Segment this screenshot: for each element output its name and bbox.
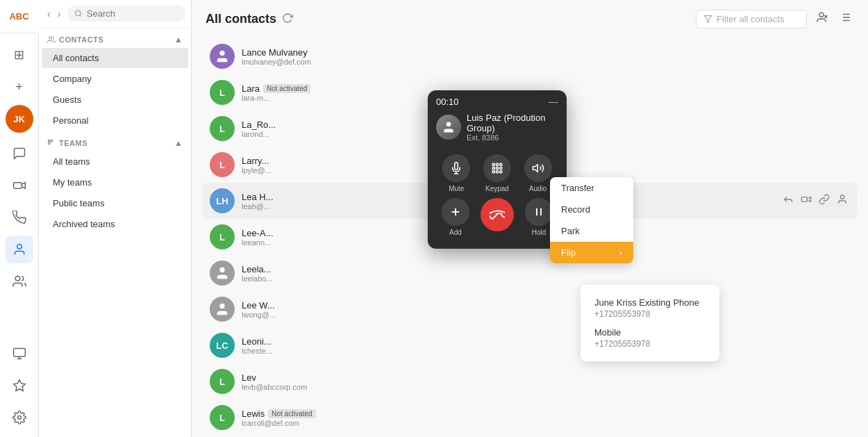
svg-point-26 — [840, 195, 844, 199]
svg-point-15 — [819, 13, 824, 17]
avatar: LC — [210, 333, 235, 358]
transfer-menu-item[interactable]: Transfer — [550, 177, 633, 199]
call-contact-info: Luis Paz (Prodution Group) Ext. 8386 — [428, 110, 567, 149]
svg-rect-37 — [496, 167, 498, 170]
search-icon — [74, 9, 82, 18]
call-minimize-button[interactable]: — — [549, 96, 558, 107]
flip-option-existing-phone[interactable]: June Kriss Existing Phone +17205553978 — [589, 293, 711, 323]
svg-rect-40 — [496, 171, 498, 173]
sidebar-top-bar: ‹ › — [39, 0, 191, 28]
nav-back-button[interactable]: ‹ — [44, 7, 53, 21]
record-menu-item[interactable]: Record — [550, 199, 633, 220]
contacts-section-toggle[interactable]: ▲ — [174, 35, 183, 44]
call-buttons-row2: Add Hold Transfer Record — [428, 195, 567, 242]
list-item[interactable]: Lee W... lwong@... — [203, 291, 857, 327]
add-label: Add — [449, 229, 462, 236]
nav-avatar[interactable]: JK — [6, 105, 33, 133]
call-avatar — [436, 115, 461, 140]
nav-phone-icon[interactable] — [6, 204, 33, 231]
svg-point-27 — [219, 267, 224, 272]
hold-button[interactable]: Hold — [525, 198, 553, 236]
person-action-button[interactable] — [835, 192, 850, 210]
not-activated-badge: Not activated — [268, 409, 315, 418]
audio-label: Audio — [529, 185, 547, 192]
audio-button[interactable]: Audio — [524, 154, 552, 192]
app-logo: ABC — [0, 0, 39, 33]
sidebar-item-all-teams[interactable]: All teams — [42, 151, 188, 172]
nav-video-icon[interactable] — [6, 172, 33, 199]
teams-section-toggle[interactable]: ▲ — [174, 138, 183, 148]
contact-name: Lev — [242, 372, 850, 383]
nav-forward-button[interactable]: › — [55, 7, 64, 21]
list-item[interactable]: Leela... leelabo... — [203, 255, 857, 291]
svg-rect-39 — [492, 171, 494, 173]
nav-teams-icon[interactable] — [6, 267, 33, 295]
call-header: 00:10 — — [428, 90, 567, 110]
teams-section-header: TEAMS ▲ — [39, 131, 191, 151]
call-overlay: 00:10 — Luis Paz (Prodution Group) Ext. … — [428, 90, 567, 249]
svg-rect-33 — [492, 163, 494, 165]
view-toggle-button[interactable] — [836, 8, 854, 30]
contact-info: Lewis Not activated lcarroll@def.com — [242, 409, 850, 427]
reply-action-button[interactable] — [781, 192, 796, 210]
nav-contacts-icon[interactable] — [6, 236, 33, 263]
contact-email: lmulvaney@def.com — [242, 58, 850, 66]
call-more-menu: Transfer Record Park Flip › — [550, 177, 633, 263]
search-box — [67, 6, 185, 22]
nav-monitor-icon[interactable] — [6, 340, 33, 368]
nav-add-icon[interactable]: + — [6, 73, 33, 101]
nav-star-icon[interactable] — [6, 372, 33, 399]
call-timer: 00:10 — [436, 97, 459, 107]
keypad-button[interactable]: Keypad — [483, 154, 511, 192]
svg-rect-11 — [49, 140, 51, 142]
call-buttons-row1: Mute Keypad Audio — [428, 149, 567, 195]
hold-label: Hold — [532, 229, 546, 236]
sidebar-item-public-teams[interactable]: Public teams — [42, 193, 188, 213]
filter-icon — [703, 15, 712, 24]
svg-rect-12 — [51, 140, 53, 142]
contact-email: lwong@... — [242, 311, 850, 319]
sidebar-item-company[interactable]: Company — [42, 69, 188, 89]
import-contacts-button[interactable] — [812, 8, 831, 30]
svg-point-7 — [17, 416, 21, 420]
park-menu-item[interactable]: Park — [550, 220, 633, 242]
filter-box[interactable]: Filter all contacts — [696, 10, 807, 28]
list-item[interactable]: Lance Mulvaney lmulvaney@def.com — [203, 38, 857, 74]
teams-section-title: TEAMS — [47, 139, 87, 147]
sidebar-item-my-teams[interactable]: My teams — [42, 172, 188, 192]
sidebar-item-all-contacts[interactable]: All contacts — [42, 48, 188, 68]
flip-option-mobile[interactable]: Mobile +17205553978 — [589, 323, 711, 353]
contact-actions — [781, 192, 850, 210]
flip-menu-item[interactable]: Flip › — [550, 242, 633, 263]
list-item[interactable]: L Lev levb@abccorp.com — [203, 363, 857, 399]
nav-chat-icon[interactable] — [6, 140, 33, 167]
svg-marker-14 — [704, 16, 712, 23]
svg-rect-35 — [500, 163, 502, 165]
add-call-button[interactable]: Add — [442, 198, 469, 236]
sidebar-item-archived-teams[interactable]: Archived teams — [42, 214, 188, 234]
sidebar-item-personal[interactable]: Personal — [42, 110, 188, 131]
nav-settings-icon[interactable] — [6, 404, 33, 431]
avatar: L — [210, 369, 235, 394]
video-action-button[interactable] — [799, 192, 814, 210]
sidebar: ‹ › CONTACTS ▲ All contacts Company Gues… — [39, 0, 192, 437]
nav-apps-icon[interactable]: ⊞ — [6, 41, 33, 69]
avatar: L — [210, 80, 235, 105]
svg-rect-41 — [500, 171, 502, 173]
svg-point-24 — [219, 51, 224, 56]
list-item[interactable]: L Lewis Not activated lcarroll@def.com — [203, 399, 857, 436]
sidebar-item-guests[interactable]: Guests — [42, 90, 188, 110]
end-call-button[interactable] — [481, 198, 514, 231]
refresh-icon[interactable] — [282, 13, 293, 26]
svg-rect-25 — [801, 197, 807, 202]
contact-info: Lee W... lwong@... — [242, 300, 850, 319]
search-input[interactable] — [87, 8, 178, 19]
main-content: All contacts Filter all contacts Lanc — [192, 0, 868, 437]
contact-info: Leoni... lcheste... — [242, 336, 850, 355]
link-action-button[interactable] — [817, 192, 832, 210]
contact-name: Leoni... — [242, 336, 850, 347]
main-actions: Filter all contacts — [696, 8, 854, 30]
mute-button[interactable]: Mute — [442, 154, 470, 192]
svg-rect-0 — [13, 183, 22, 188]
list-item[interactable]: LC Leoni... lcheste... — [203, 327, 857, 363]
